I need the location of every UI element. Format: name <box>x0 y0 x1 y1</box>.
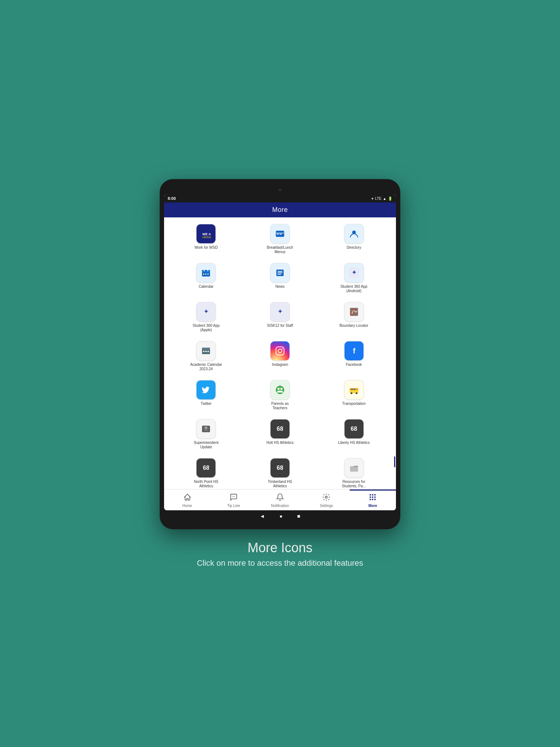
nav-notification[interactable]: Notification <box>257 489 303 510</box>
icon-timberland-athletics[interactable]: 68 Timberland HS Athletics <box>244 455 316 489</box>
icon-transportation[interactable]: Transportation <box>318 377 390 413</box>
svg-rect-63 <box>350 466 358 472</box>
icon-superintendent[interactable]: Superintendent Update <box>170 416 242 452</box>
svg-rect-76 <box>374 496 376 498</box>
svg-point-68 <box>233 496 234 497</box>
svg-point-55 <box>350 392 352 394</box>
icon-facebook[interactable]: f Facebook <box>318 338 390 374</box>
svg-point-32 <box>353 309 354 311</box>
icon-liberty-athletics[interactable]: 68 Liberty HS Athletics <box>318 416 390 452</box>
svg-rect-72 <box>372 494 374 496</box>
directory-icon <box>344 224 364 244</box>
svg-rect-78 <box>372 499 374 500</box>
icons-grid: WE ARE HIRING Work for WSD <box>170 221 390 489</box>
tipline-label: Tip Line <box>227 504 240 508</box>
icon-parents-teachers[interactable]: Parents as Teachers <box>244 377 316 413</box>
settings-label: Settings <box>320 504 333 508</box>
home-icon <box>183 493 191 503</box>
icon-news[interactable]: News <box>244 260 316 296</box>
news-icon <box>270 263 290 283</box>
timberland-athletics-label: Timberland HS Athletics <box>264 480 296 488</box>
more-label: More <box>368 504 377 508</box>
icon-holt-athletics[interactable]: 68 Holt HS Athletics <box>244 416 316 452</box>
nav-tipline[interactable]: Tip Line <box>210 489 257 510</box>
svg-point-69 <box>234 496 235 497</box>
svg-point-41 <box>278 349 282 353</box>
svg-rect-37 <box>205 351 207 352</box>
battery-icon: 🔋 <box>388 197 392 201</box>
icon-boundary[interactable]: Boundary Locator <box>318 299 390 335</box>
svg-rect-71 <box>370 494 371 496</box>
twitter-icon <box>196 380 216 400</box>
breakfast-lunch-icon <box>270 224 290 244</box>
holt-athletics-icon: 68 <box>270 419 290 439</box>
camera <box>279 189 281 191</box>
nav-more[interactable]: More <box>350 489 396 510</box>
device-top <box>164 186 396 194</box>
svg-rect-60 <box>205 430 207 431</box>
notification-icon <box>276 493 284 503</box>
svg-rect-35 <box>202 348 210 350</box>
tablet-device: 8:00 ▾ LTE ▲ 🔋 More WE ARE <box>160 179 400 529</box>
home-btn[interactable]: ● <box>279 513 282 519</box>
svg-rect-77 <box>370 499 371 500</box>
svg-rect-40 <box>276 347 284 355</box>
icon-twitter[interactable]: Twitter <box>170 377 242 413</box>
boundary-label: Boundary Locator <box>339 324 368 328</box>
transportation-label: Transportation <box>342 402 366 406</box>
svg-text:✦: ✦ <box>351 269 357 276</box>
recent-btn[interactable]: ■ <box>297 513 300 519</box>
liberty-athletics-label: Liberty HS Athletics <box>338 441 370 445</box>
calendar-icon <box>196 263 216 283</box>
screen: 8:00 ▾ LTE ▲ 🔋 More WE ARE <box>164 194 396 510</box>
bottom-subtitle: Click on more to access the additional f… <box>197 558 363 568</box>
svg-rect-54 <box>354 389 355 390</box>
twitter-label: Twitter <box>201 402 211 406</box>
svg-rect-21 <box>277 272 283 273</box>
svg-point-67 <box>232 496 233 497</box>
signal-icon: ▲ <box>383 197 386 201</box>
settings-icon <box>322 493 330 503</box>
svg-rect-15 <box>203 274 204 275</box>
icon-student360-android[interactable]: ✦ Student 360 App (Android) <box>318 260 390 296</box>
boundary-icon <box>344 302 364 322</box>
work-wsd-label: Work for WSD <box>194 245 218 250</box>
student360-apple-icon: ✦ <box>196 302 216 322</box>
icon-academic-calendar[interactable]: Academic Calendar 2023-24 <box>170 338 242 374</box>
nav-home[interactable]: Home <box>164 489 210 510</box>
icon-calendar[interactable]: Calendar <box>170 260 242 296</box>
svg-text:✦: ✦ <box>277 308 283 315</box>
svg-rect-38 <box>207 351 209 352</box>
news-label: News <box>275 285 284 289</box>
android-nav: ◄ ● ■ <box>164 510 396 522</box>
icon-instagram[interactable]: Instagram <box>244 338 316 374</box>
icon-work-wsd[interactable]: WE ARE HIRING Work for WSD <box>170 221 242 257</box>
instagram-label: Instagram <box>272 363 288 367</box>
sisk12-label: SISK12 for Staff <box>267 324 293 328</box>
bottom-text-section: More Icons Click on more to access the a… <box>197 540 363 568</box>
student360-android-label: Student 360 App (Android) <box>338 285 370 293</box>
svg-rect-36 <box>203 351 205 352</box>
icon-resources-students[interactable]: Resources for Students, Pa... <box>318 455 390 489</box>
nav-settings[interactable]: Settings <box>303 489 350 510</box>
scroll-indicator <box>394 456 395 467</box>
sisk12-icon: ✦ <box>270 302 290 322</box>
icon-student360-apple[interactable]: ✦ Student 360 App (Apple) <box>170 299 242 335</box>
icon-directory[interactable]: Directory <box>318 221 390 257</box>
back-btn[interactable]: ◄ <box>260 513 265 519</box>
svg-text:WE ARE: WE ARE <box>202 232 211 236</box>
content-area[interactable]: WE ARE HIRING Work for WSD <box>164 217 396 489</box>
student360-android-icon: ✦ <box>344 263 364 283</box>
home-label: Home <box>182 504 192 508</box>
svg-point-31 <box>351 314 352 315</box>
resources-label: Resources for Students, Pa... <box>338 480 370 488</box>
svg-point-59 <box>205 426 207 429</box>
holt-athletics-label: Holt HS Athletics <box>267 441 293 445</box>
svg-point-49 <box>280 388 283 390</box>
calendar-label: Calendar <box>199 285 214 289</box>
svg-rect-17 <box>207 274 209 275</box>
svg-point-47 <box>276 386 284 394</box>
icon-northpoint-athletics[interactable]: 68 North Point HS Athletics <box>170 455 242 489</box>
icon-sisk12[interactable]: ✦ SISK12 for Staff <box>244 299 316 335</box>
icon-breakfast-lunch[interactable]: Breakfast/Lunch Menus <box>244 221 316 257</box>
